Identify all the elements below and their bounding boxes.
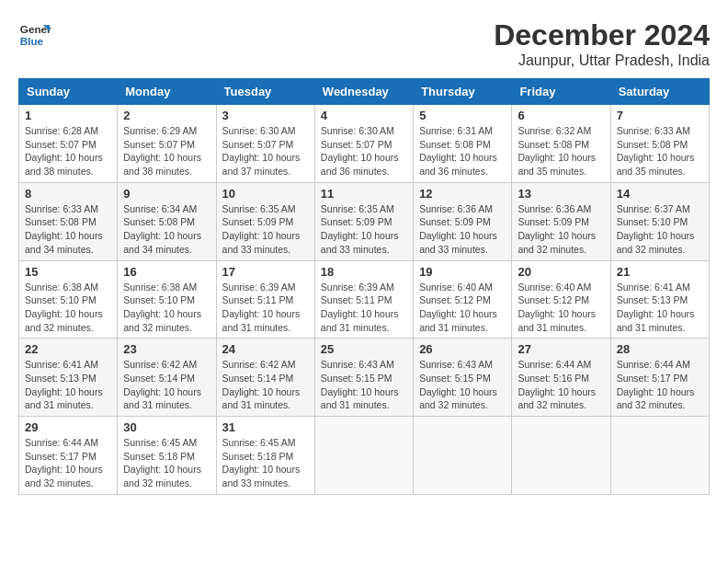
day-info: Sunrise: 6:36 AM Sunset: 5:09 PM Dayligh… [419,202,506,257]
day-number: 6 [518,109,604,122]
day-number: 28 [617,342,703,356]
day-number: 22 [25,342,111,356]
calendar-cell: 1Sunrise: 6:28 AM Sunset: 5:07 PM Daylig… [19,105,118,183]
weekday-header-sunday: Sunday [19,79,118,105]
day-number: 1 [25,109,111,122]
day-info: Sunrise: 6:43 AM Sunset: 5:15 PM Dayligh… [419,358,506,412]
day-number: 3 [222,109,309,122]
day-info: Sunrise: 6:38 AM Sunset: 5:10 PM Dayligh… [25,281,111,335]
weekday-header-wednesday: Wednesday [314,79,413,105]
day-info: Sunrise: 6:31 AM Sunset: 5:08 PM Dayligh… [419,124,506,178]
calendar-cell: 23Sunrise: 6:42 AM Sunset: 5:14 PM Dayli… [118,339,216,417]
day-number: 2 [123,109,210,122]
day-info: Sunrise: 6:32 AM Sunset: 5:08 PM Dayligh… [518,124,604,178]
calendar-cell: 4Sunrise: 6:30 AM Sunset: 5:07 PM Daylig… [314,105,413,183]
day-info: Sunrise: 6:35 AM Sunset: 5:09 PM Dayligh… [321,202,407,257]
day-number: 26 [419,342,506,356]
subtitle: Jaunpur, Uttar Pradesh, India [494,52,710,69]
day-number: 19 [419,265,506,279]
calendar-cell: 10Sunrise: 6:35 AM Sunset: 5:09 PM Dayli… [216,182,314,260]
day-number: 13 [518,187,604,201]
day-number: 4 [321,109,407,122]
day-info: Sunrise: 6:37 AM Sunset: 5:10 PM Dayligh… [617,202,703,257]
week-row-5: 29Sunrise: 6:44 AM Sunset: 5:17 PM Dayli… [19,417,710,495]
svg-text:General: General [20,23,51,35]
calendar-cell: 18Sunrise: 6:39 AM Sunset: 5:11 PM Dayli… [314,260,413,339]
day-number: 15 [25,265,111,279]
day-info: Sunrise: 6:44 AM Sunset: 5:17 PM Dayligh… [617,358,703,412]
calendar-cell [610,417,709,495]
day-info: Sunrise: 6:42 AM Sunset: 5:14 PM Dayligh… [123,358,210,412]
day-number: 21 [617,265,703,279]
day-number: 8 [25,187,111,201]
day-info: Sunrise: 6:44 AM Sunset: 5:16 PM Dayligh… [518,358,604,412]
day-info: Sunrise: 6:38 AM Sunset: 5:10 PM Dayligh… [123,281,210,335]
day-number: 5 [419,109,506,122]
calendar-cell: 27Sunrise: 6:44 AM Sunset: 5:16 PM Dayli… [512,339,610,417]
title-area: December 2024 Jaunpur, Uttar Pradesh, In… [494,18,710,69]
day-number: 11 [321,187,407,201]
calendar-cell: 31Sunrise: 6:45 AM Sunset: 5:18 PM Dayli… [216,417,314,495]
main-title: December 2024 [494,18,710,52]
calendar-cell: 29Sunrise: 6:44 AM Sunset: 5:17 PM Dayli… [19,417,118,495]
calendar-cell: 9Sunrise: 6:34 AM Sunset: 5:08 PM Daylig… [118,182,216,260]
calendar-cell: 16Sunrise: 6:38 AM Sunset: 5:10 PM Dayli… [118,260,216,339]
calendar-table: SundayMondayTuesdayWednesdayThursdayFrid… [18,78,710,495]
day-info: Sunrise: 6:29 AM Sunset: 5:07 PM Dayligh… [123,124,210,178]
calendar-cell: 12Sunrise: 6:36 AM Sunset: 5:09 PM Dayli… [414,182,512,260]
weekday-header-row: SundayMondayTuesdayWednesdayThursdayFrid… [19,79,710,105]
day-info: Sunrise: 6:40 AM Sunset: 5:12 PM Dayligh… [419,281,506,335]
day-info: Sunrise: 6:45 AM Sunset: 5:18 PM Dayligh… [123,436,210,490]
calendar-cell: 19Sunrise: 6:40 AM Sunset: 5:12 PM Dayli… [414,260,512,339]
day-info: Sunrise: 6:39 AM Sunset: 5:11 PM Dayligh… [321,281,407,335]
svg-text:Blue: Blue [20,35,44,47]
calendar-cell: 17Sunrise: 6:39 AM Sunset: 5:11 PM Dayli… [216,260,314,339]
day-number: 18 [321,265,407,279]
day-info: Sunrise: 6:28 AM Sunset: 5:07 PM Dayligh… [25,124,111,178]
calendar-cell: 2Sunrise: 6:29 AM Sunset: 5:07 PM Daylig… [118,105,216,183]
calendar-cell: 20Sunrise: 6:40 AM Sunset: 5:12 PM Dayli… [512,260,610,339]
calendar-cell: 30Sunrise: 6:45 AM Sunset: 5:18 PM Dayli… [118,417,216,495]
day-info: Sunrise: 6:30 AM Sunset: 5:07 PM Dayligh… [222,124,309,178]
calendar-cell: 3Sunrise: 6:30 AM Sunset: 5:07 PM Daylig… [216,105,314,183]
day-info: Sunrise: 6:44 AM Sunset: 5:17 PM Dayligh… [25,436,111,490]
day-number: 23 [123,342,210,356]
day-number: 20 [518,265,604,279]
week-row-1: 1Sunrise: 6:28 AM Sunset: 5:07 PM Daylig… [19,105,710,183]
calendar-cell: 6Sunrise: 6:32 AM Sunset: 5:08 PM Daylig… [512,105,610,183]
day-number: 24 [222,342,309,356]
calendar-cell: 22Sunrise: 6:41 AM Sunset: 5:13 PM Dayli… [19,339,118,417]
day-info: Sunrise: 6:36 AM Sunset: 5:09 PM Dayligh… [518,202,604,257]
calendar-cell: 24Sunrise: 6:42 AM Sunset: 5:14 PM Dayli… [216,339,314,417]
calendar-cell: 25Sunrise: 6:43 AM Sunset: 5:15 PM Dayli… [314,339,413,417]
day-number: 29 [25,420,111,434]
weekday-header-tuesday: Tuesday [216,79,314,105]
weekday-header-friday: Friday [512,79,610,105]
logo-icon: General Blue [18,18,51,52]
week-row-2: 8Sunrise: 6:33 AM Sunset: 5:08 PM Daylig… [19,182,710,260]
calendar-cell: 5Sunrise: 6:31 AM Sunset: 5:08 PM Daylig… [414,105,512,183]
day-info: Sunrise: 6:41 AM Sunset: 5:13 PM Dayligh… [25,358,111,412]
day-number: 12 [419,187,506,201]
day-number: 25 [321,342,407,356]
day-info: Sunrise: 6:34 AM Sunset: 5:08 PM Dayligh… [123,202,210,257]
day-number: 7 [617,109,703,122]
logo: General Blue [18,18,51,52]
calendar-cell: 14Sunrise: 6:37 AM Sunset: 5:10 PM Dayli… [610,182,709,260]
calendar-cell: 7Sunrise: 6:33 AM Sunset: 5:08 PM Daylig… [610,105,709,183]
weekday-header-saturday: Saturday [610,79,709,105]
day-number: 27 [518,342,604,356]
day-number: 31 [222,420,309,434]
calendar-cell [512,417,610,495]
day-info: Sunrise: 6:30 AM Sunset: 5:07 PM Dayligh… [321,124,407,178]
day-number: 16 [123,265,210,279]
weekday-header-thursday: Thursday [414,79,512,105]
calendar-cell: 8Sunrise: 6:33 AM Sunset: 5:08 PM Daylig… [19,182,118,260]
calendar-cell: 21Sunrise: 6:41 AM Sunset: 5:13 PM Dayli… [610,260,709,339]
week-row-4: 22Sunrise: 6:41 AM Sunset: 5:13 PM Dayli… [19,339,710,417]
day-number: 9 [123,187,210,201]
calendar-cell [414,417,512,495]
day-info: Sunrise: 6:41 AM Sunset: 5:13 PM Dayligh… [617,281,703,335]
day-info: Sunrise: 6:33 AM Sunset: 5:08 PM Dayligh… [617,124,703,178]
calendar-cell: 26Sunrise: 6:43 AM Sunset: 5:15 PM Dayli… [414,339,512,417]
